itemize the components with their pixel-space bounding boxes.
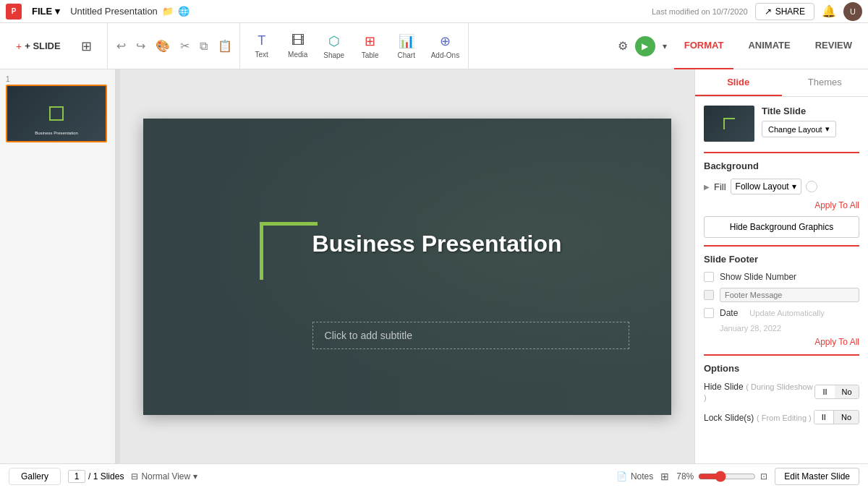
redo-icon: ↪ bbox=[136, 39, 145, 53]
play-dropdown-arrow[interactable]: ▾ bbox=[660, 38, 670, 54]
view-mode-selector[interactable]: ⊟ Normal View ▾ bbox=[131, 471, 197, 481]
date-checkbox[interactable] bbox=[704, 308, 714, 318]
paint-button[interactable]: 🎨 bbox=[151, 27, 174, 66]
fill-dropdown-arrow: ▾ bbox=[792, 181, 796, 192]
tab-themes[interactable]: Themes bbox=[782, 69, 869, 96]
globe-icon[interactable]: 🌐 bbox=[178, 6, 190, 17]
media-button[interactable]: 🎞 Media bbox=[281, 27, 315, 66]
paste-button[interactable]: 📋 bbox=[213, 27, 237, 66]
slide-footer-title: Slide Footer bbox=[704, 254, 859, 265]
app-logo: P bbox=[6, 4, 22, 20]
tab-review[interactable]: REVIEW bbox=[805, 23, 862, 69]
presentation-title[interactable]: Untitled Presentation bbox=[70, 6, 158, 17]
thumb-title: Business Presentation bbox=[35, 131, 78, 135]
panel-content: Title Slide Change Layout ▾ Background ▶… bbox=[695, 97, 868, 440]
lock-slide-toggle-no[interactable]: No bbox=[834, 411, 859, 424]
paint-icon: 🎨 bbox=[156, 39, 170, 53]
footer-message-checkbox[interactable] bbox=[704, 290, 714, 300]
text-button[interactable]: T Text bbox=[244, 27, 279, 66]
slide-number-label: 1 bbox=[6, 75, 109, 83]
grid-view-icon: ⊞ bbox=[81, 38, 92, 54]
tab-animate[interactable]: ANIMATE bbox=[738, 23, 800, 69]
background-title: Background bbox=[704, 160, 859, 171]
addons-icon: ⊕ bbox=[440, 33, 451, 49]
table-button[interactable]: ⊞ Table bbox=[353, 27, 388, 66]
file-menu[interactable]: FILE ▾ bbox=[27, 4, 64, 18]
insert-section: T Text 🎞 Media ⬡ Shape ⊞ Table 📊 Chart ⊕… bbox=[242, 23, 469, 69]
tab-format[interactable]: FORMAT bbox=[674, 23, 734, 69]
fill-option-label: Follow Layout bbox=[736, 181, 789, 192]
date-label: Date bbox=[720, 308, 738, 318]
slide-subtitle-placeholder[interactable]: Click to add subtitle bbox=[312, 322, 629, 349]
show-slide-number-checkbox[interactable] bbox=[704, 272, 714, 282]
play-button[interactable]: ▶ bbox=[635, 36, 655, 56]
view-mode-icon: ⊟ bbox=[131, 471, 138, 481]
user-avatar[interactable]: U bbox=[843, 2, 862, 21]
redo-button[interactable]: ↪ bbox=[132, 27, 150, 66]
slide-title-text[interactable]: Business Presentation bbox=[312, 231, 562, 257]
add-slide-icon: + bbox=[16, 40, 22, 52]
hide-slide-toggle: II No bbox=[814, 385, 859, 399]
lock-slide-toggle-ii[interactable]: II bbox=[814, 411, 833, 424]
hide-slide-toggle-no[interactable]: No bbox=[835, 385, 859, 398]
toolbar-right: ⚙ ▶ ▾ FORMAT ANIMATE REVIEW bbox=[615, 23, 862, 69]
footer-message-input[interactable] bbox=[720, 288, 859, 302]
chart-button[interactable]: 📊 Chart bbox=[389, 27, 424, 66]
current-slide-input[interactable] bbox=[68, 470, 85, 483]
zoom-area: 78% ⊡ bbox=[676, 471, 767, 482]
hide-slide-toggle-ii[interactable]: II bbox=[815, 385, 834, 398]
slide-canvas[interactable]: Business Presentation Click to add subti… bbox=[143, 119, 671, 415]
gallery-button[interactable]: Gallery bbox=[9, 468, 61, 485]
share-button[interactable]: ↗ SHARE bbox=[755, 3, 814, 20]
fill-expand-arrow[interactable]: ▶ bbox=[704, 183, 710, 191]
slide-image: Business Presentation bbox=[6, 85, 107, 142]
hide-slide-row: Hide Slide ( During Slideshow ) II No bbox=[704, 381, 859, 403]
settings-icon[interactable]: ⚙ bbox=[615, 36, 631, 56]
hide-background-button[interactable]: Hide Background Graphics bbox=[704, 216, 859, 238]
table-icon: ⊞ bbox=[365, 33, 375, 49]
lock-slide-sub: ( From Editing ) bbox=[757, 414, 812, 422]
slide-counter: / 1 Slides bbox=[68, 470, 124, 483]
main-area: 1 Business Presentation Business Present… bbox=[0, 69, 868, 463]
shape-button[interactable]: ⬡ Shape bbox=[317, 27, 352, 66]
grid-view-button[interactable]: ⊞ bbox=[69, 27, 104, 66]
lock-slide-label: Lock Slide(s) bbox=[704, 413, 754, 423]
panel-slide-preview: Title Slide Change Layout ▾ bbox=[704, 106, 859, 142]
undo-button[interactable]: ↩ bbox=[112, 27, 130, 66]
media-icon: 🎞 bbox=[292, 33, 305, 48]
grid-bottom-icon[interactable]: ⊞ bbox=[660, 471, 669, 482]
scissors-button[interactable]: ✂ bbox=[176, 27, 194, 66]
date-value: January 28, 2022 bbox=[720, 324, 859, 333]
zoom-slider[interactable] bbox=[698, 471, 756, 482]
fill-select[interactable]: Follow Layout ▾ bbox=[731, 179, 801, 194]
footer-divider bbox=[704, 245, 859, 247]
toolbar: + + SLIDE ⊞ ↩ ↪ 🎨 ✂ ⧉ 📋 T Text bbox=[0, 23, 868, 69]
apply-to-all-bg[interactable]: Apply To All bbox=[704, 200, 859, 210]
slide-preview: Business Presentation bbox=[7, 86, 106, 141]
slide-thumbnail-1[interactable]: 1 Business Presentation bbox=[6, 75, 109, 142]
scissors-icon: ✂ bbox=[180, 39, 190, 53]
folder-icon[interactable]: 📁 bbox=[162, 6, 174, 17]
panel-slide-info: Title Slide Change Layout ▾ bbox=[762, 106, 859, 137]
lock-slide-row: Lock Slide(s) ( From Editing ) II No bbox=[704, 410, 859, 424]
panel-slide-title: Title Slide bbox=[762, 106, 859, 116]
show-slide-number-row: Show Slide Number bbox=[704, 272, 859, 282]
addons-button[interactable]: ⊕ Add-Ons bbox=[425, 27, 465, 66]
change-layout-arrow: ▾ bbox=[825, 124, 830, 134]
show-slide-number-label: Show Slide Number bbox=[720, 272, 796, 282]
share-icon: ↗ bbox=[765, 7, 772, 17]
tab-slide[interactable]: Slide bbox=[695, 69, 782, 96]
zoom-fit-icon[interactable]: ⊡ bbox=[760, 471, 767, 481]
apply-to-all-footer[interactable]: Apply To All bbox=[704, 337, 859, 347]
bottom-bar: Gallery / 1 Slides ⊟ Normal View ▾ 📄 Not… bbox=[0, 463, 868, 488]
title-area: Untitled Presentation 📁 🌐 bbox=[70, 6, 190, 17]
notification-icon[interactable]: 🔔 bbox=[822, 4, 836, 18]
color-picker[interactable] bbox=[806, 181, 817, 192]
edit-master-button[interactable]: Edit Master Slide bbox=[775, 468, 859, 485]
zoom-percent: 78% bbox=[676, 471, 694, 481]
add-slide-button[interactable]: + + SLIDE bbox=[9, 27, 68, 66]
copy-button[interactable]: ⧉ bbox=[195, 27, 212, 66]
undo-icon: ↩ bbox=[116, 39, 126, 53]
change-layout-button[interactable]: Change Layout ▾ bbox=[762, 121, 836, 137]
notes-button[interactable]: 📄 Notes bbox=[616, 471, 653, 481]
